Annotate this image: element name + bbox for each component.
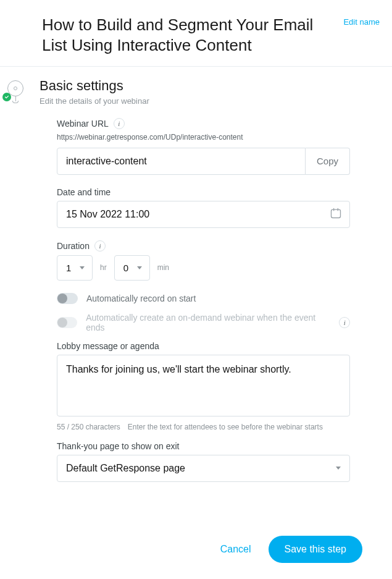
svg-rect-0 — [332, 209, 341, 218]
thankyou-label: Thank-you page to show on exit — [57, 441, 179, 451]
webinar-url-slug-input[interactable] — [57, 148, 306, 175]
copy-url-button[interactable]: Copy — [306, 148, 350, 175]
edit-name-link[interactable]: Edit name — [343, 17, 380, 27]
datetime-value: 15 Nov 2022 11:00 — [66, 209, 149, 219]
calendar-icon — [330, 207, 342, 222]
chevron-down-icon — [137, 266, 142, 269]
duration-hours-select[interactable]: 1 — [57, 255, 93, 281]
save-step-button[interactable]: Save this step — [269, 536, 363, 563]
section-title: Basic settings — [40, 78, 392, 94]
info-icon[interactable]: i — [339, 317, 350, 328]
chevron-down-icon — [336, 467, 341, 470]
duration-minutes-value: 0 — [123, 263, 128, 273]
lobby-char-counter: 55 / 250 characters — [57, 423, 120, 431]
lobby-label: Lobby message or agenda — [57, 341, 159, 351]
duration-hours-value: 1 — [66, 263, 71, 273]
minutes-unit: min — [157, 263, 169, 272]
datetime-picker[interactable]: 15 Nov 2022 11:00 — [57, 201, 350, 228]
lobby-textarea[interactable] — [57, 355, 350, 416]
datetime-label: Date and time — [57, 187, 111, 197]
info-icon[interactable]: i — [94, 240, 106, 251]
webinar-url-preview: https://webinar.getresponse.com/UDp/inte… — [57, 133, 350, 142]
lobby-hint: Enter the text for attendees to see befo… — [128, 423, 323, 431]
hours-unit: hr — [100, 263, 107, 272]
autorecord-label: Automatically record on start — [86, 294, 196, 303]
page-title: How to Build and Segment Your Email List… — [42, 15, 333, 56]
ondemand-toggle — [57, 317, 77, 328]
duration-minutes-select[interactable]: 0 — [114, 255, 150, 281]
ondemand-label: Automatically create an on-demand webina… — [86, 313, 330, 332]
thankyou-value: Default GetResponse page — [66, 463, 336, 474]
thankyou-page-select[interactable]: Default GetResponse page — [57, 455, 350, 482]
info-icon[interactable]: i — [114, 118, 125, 129]
header-divider — [0, 66, 392, 67]
section-subtitle: Edit the details of your webinar — [40, 96, 392, 106]
duration-label: Duration — [57, 241, 90, 251]
chevron-down-icon — [80, 266, 85, 269]
autorecord-toggle[interactable] — [57, 293, 78, 304]
cancel-button[interactable]: Cancel — [220, 544, 251, 555]
webinar-url-label: Webinar URL — [57, 119, 109, 129]
step-complete-check-icon — [2, 93, 11, 101]
